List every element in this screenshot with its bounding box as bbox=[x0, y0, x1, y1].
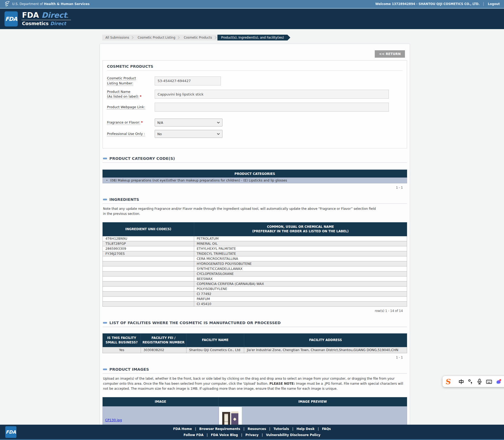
ingredient-row: 2865993309 ETHYLHEXYL PALMITATE bbox=[103, 246, 407, 251]
logout-link[interactable]: Logout bbox=[483, 2, 500, 6]
punctuation-mode-icon[interactable] bbox=[468, 379, 473, 384]
footer-link[interactable]: Vulnerability Disclosure Policy bbox=[266, 433, 320, 437]
footer-link[interactable]: FAQs bbox=[322, 427, 331, 431]
footer-link[interactable]: FDA Voice Blog bbox=[211, 433, 238, 437]
footer-link[interactable]: Tutorials bbox=[274, 427, 289, 431]
ingredients-note: Note that any update regarding Fragrance… bbox=[103, 206, 407, 216]
ingredient-row: CI 77492 bbox=[103, 291, 407, 296]
category-row: (08) Makeup preparations (not eye)(other… bbox=[102, 178, 407, 183]
section-ingredients: INGREDIENTS bbox=[102, 197, 407, 204]
column-header-unii: INGREDIENT UNII CODE(S) bbox=[103, 223, 194, 236]
column-header-chemical-name: COMMON, USUAL OR CHEMICAL NAME (PREFERAB… bbox=[194, 223, 407, 236]
cosmetic-products-panel: COSMETIC PRODUCTS Cosmetic Product Listi… bbox=[102, 60, 407, 148]
ingredient-unii bbox=[103, 276, 194, 281]
ingredient-row: SYNTHETICCANDELILLAWAX bbox=[103, 266, 407, 271]
ingredient-name: CYCLOPENTASILOXANE bbox=[194, 271, 407, 276]
collapse-icon[interactable] bbox=[103, 322, 107, 324]
collapse-icon[interactable] bbox=[103, 199, 107, 200]
breadcrumb-item[interactable]: Cosmetic Product Listing bbox=[135, 35, 181, 40]
app-header: FDA FDA Direct. Cosmetics Direct bbox=[0, 9, 504, 29]
ingredients-table: INGREDIENT UNII CODE(S) COMMON, USUAL OR… bbox=[102, 222, 407, 306]
facility-small-business: Yes bbox=[103, 347, 141, 353]
ingredient-name: PARFUM bbox=[194, 296, 407, 301]
ingredient-row: CI 45410 bbox=[103, 301, 407, 306]
ingredient-row: POLYISOBUTYLENE bbox=[103, 286, 407, 291]
ingredient-name: POLYISOBUTYLENE bbox=[194, 286, 407, 291]
ime-toolbar: S bbox=[443, 376, 504, 387]
ingredient-name: TRIDECYL TRIMELLITATE bbox=[194, 251, 407, 256]
footer-link[interactable]: Privacy bbox=[245, 433, 258, 437]
ingredient-name: BEESWAX bbox=[194, 276, 407, 281]
sogou-logo-icon[interactable]: S bbox=[445, 378, 451, 385]
ingredient-unii bbox=[103, 281, 194, 286]
section-title: LIST OF FACILITIES WHERE THE COSMETIC IS… bbox=[109, 321, 281, 325]
column-header-fei: FACILITY FEI / REGISTRATION NUMBER bbox=[141, 333, 186, 347]
footer-links-row1: FDA HomeBrowser RequirementsResourcesTut… bbox=[0, 426, 504, 432]
footer-link[interactable]: Resources bbox=[248, 427, 266, 431]
ingredient-row: CYCLOPENTASILOXANE bbox=[103, 271, 407, 276]
ingredient-unii bbox=[103, 256, 194, 261]
listing-number-input[interactable] bbox=[155, 76, 221, 85]
ingredient-unii bbox=[103, 261, 194, 266]
facility-name: Shantou Qiji Cosmetics Co., Ltd bbox=[186, 347, 244, 353]
fda-logo: FDA bbox=[5, 11, 18, 26]
cosmetic-products-title: COSMETIC PRODUCTS bbox=[107, 64, 403, 69]
divider bbox=[107, 70, 403, 71]
footer-link[interactable]: Browser Requirements bbox=[199, 427, 240, 431]
ingredient-name: CERA MICROCRISTALLINA bbox=[194, 256, 407, 261]
professional-use-select[interactable]: No bbox=[155, 130, 222, 138]
product-name-input[interactable] bbox=[155, 90, 389, 99]
breadcrumb-item[interactable]: Cosmetic Products bbox=[181, 35, 217, 40]
microphone-icon[interactable] bbox=[477, 379, 482, 384]
column-header-image: IMAGE bbox=[103, 397, 218, 406]
footer: FDA FDA HomeBrowser RequirementsResource… bbox=[0, 425, 504, 440]
professional-use-label: Professional Use Only : bbox=[107, 131, 155, 137]
ingredient-unii: 2865993309 bbox=[103, 246, 194, 251]
content-card: << RETURN COSMETIC PRODUCTS Cosmetic Pro… bbox=[100, 44, 410, 440]
required-asterisk: * bbox=[140, 94, 142, 98]
lipstick-tube bbox=[224, 414, 228, 426]
hhs-utility-bar: U.S. Department of Health & Human Servic… bbox=[0, 0, 504, 9]
image-file-link[interactable]: CP130.jpg bbox=[105, 418, 122, 422]
ingredient-row: FY36J270ES TRIDECYL TRIMELLITATE bbox=[103, 251, 407, 256]
pagination: row(s) 1 - 14 of 14 bbox=[102, 309, 403, 313]
column-header-image-preview: IMAGE PREVIEW bbox=[218, 397, 407, 406]
column-header-facility-name: FACILITY NAME bbox=[186, 333, 244, 347]
fragrance-flavor-select[interactable]: N/A bbox=[155, 119, 222, 126]
footer-link[interactable]: Follow FDA bbox=[184, 433, 203, 437]
app-subtitle: Cosmetics Direct bbox=[21, 20, 71, 26]
skin-theme-icon[interactable] bbox=[496, 379, 502, 384]
ingredient-row: COPERNICIA CERIFERA (CARNAUBA) WAX bbox=[103, 281, 407, 286]
facility-address: Jia'er Industrial Zone, Chengtian Town, … bbox=[244, 347, 407, 353]
column-header-facility-address: FACILITY ADDRESS bbox=[244, 333, 407, 347]
section-product-images: PRODUCT IMAGES bbox=[102, 367, 407, 374]
section-facilities: LIST OF FACILITIES WHERE THE COSMETIC IS… bbox=[102, 321, 407, 327]
ingredient-name: HYDROGENATED POLYISOBUTENE bbox=[194, 261, 407, 266]
required-asterisk: * bbox=[141, 120, 143, 124]
ingredient-name: SYNTHETICCANDELILLAWAX bbox=[194, 266, 407, 271]
ingredient-unii bbox=[103, 271, 194, 276]
ingredient-unii bbox=[103, 266, 194, 271]
ingredient-unii bbox=[103, 296, 194, 301]
ingredient-name: ETHYLHEXYL PALMITATE bbox=[194, 246, 407, 251]
page: U.S. Department of Health & Human Servic… bbox=[0, 0, 504, 440]
footer-link[interactable]: Help Desk bbox=[296, 427, 314, 431]
ingredient-row: 4T6H12BN9U PETROLATUM bbox=[103, 236, 407, 241]
collapse-icon[interactable] bbox=[103, 158, 107, 159]
chinese-input-mode-icon[interactable] bbox=[458, 379, 464, 384]
facilities-table: IS THIS FACILITY SMALL BUSINESS? FACILIT… bbox=[102, 333, 407, 353]
return-button[interactable]: << RETURN bbox=[375, 50, 405, 58]
collapse-icon[interactable] bbox=[103, 369, 107, 370]
chevron-down-icon bbox=[217, 122, 220, 124]
webpage-link-input[interactable] bbox=[155, 103, 389, 112]
breadcrumb-item[interactable]: All Submissions bbox=[102, 35, 135, 40]
breadcrumb-item[interactable]: Product(s), Ingredient(s), and Facility(… bbox=[217, 35, 290, 40]
product-images-note: Upload an image(s) of the label, whether… bbox=[103, 376, 407, 392]
fragrance-flavor-label: Fragrance or Flavor:* bbox=[107, 120, 155, 125]
webpage-link-label: Product Webpage Link: bbox=[107, 105, 155, 110]
pagination: 1 - 1 bbox=[102, 186, 403, 189]
virtual-keyboard-icon[interactable] bbox=[486, 379, 492, 384]
footer-link[interactable]: FDA Home bbox=[173, 427, 192, 431]
ingredient-name: CI 45410 bbox=[194, 301, 407, 306]
ingredient-unii: 4T6H12BN9U bbox=[103, 236, 194, 241]
